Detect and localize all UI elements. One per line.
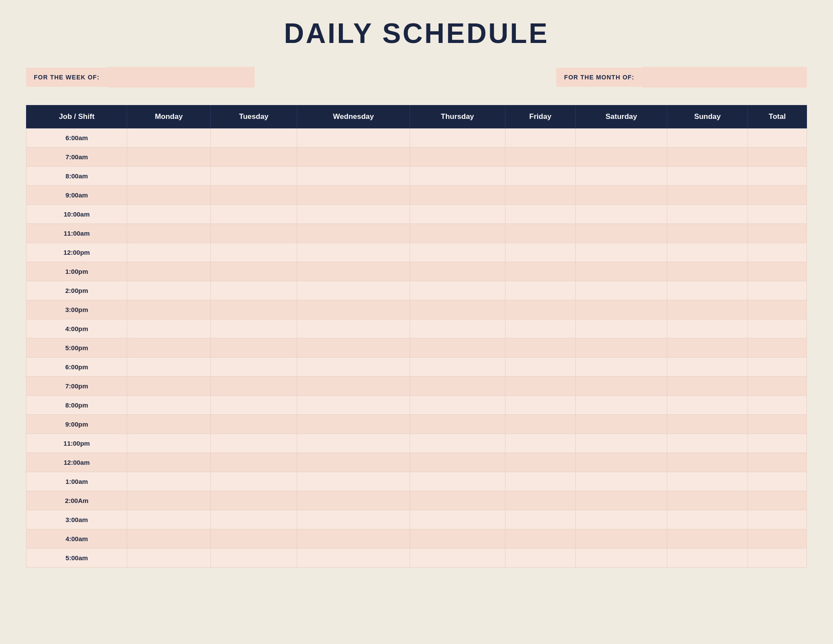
cell-row22-col3[interactable]: [297, 549, 410, 568]
cell-row21-col1[interactable]: [127, 529, 210, 549]
cell-row16-col4[interactable]: [410, 434, 505, 453]
cell-row17-col2[interactable]: [210, 453, 297, 472]
cell-row6-col2[interactable]: [210, 243, 297, 262]
cell-row0-col7[interactable]: [667, 128, 748, 148]
cell-row10-col7[interactable]: [667, 319, 748, 338]
cell-row1-col7[interactable]: [667, 148, 748, 167]
cell-row22-col4[interactable]: [410, 549, 505, 568]
cell-row9-col1[interactable]: [127, 300, 210, 319]
cell-row18-col3[interactable]: [297, 472, 410, 491]
cell-row14-col4[interactable]: [410, 396, 505, 415]
cell-row4-col1[interactable]: [127, 205, 210, 224]
cell-row13-col4[interactable]: [410, 377, 505, 396]
cell-row16-col5[interactable]: [505, 434, 575, 453]
cell-row4-col3[interactable]: [297, 205, 410, 224]
cell-row19-col2[interactable]: [210, 491, 297, 510]
cell-row10-col2[interactable]: [210, 319, 297, 338]
cell-row2-col3[interactable]: [297, 167, 410, 186]
cell-row0-col3[interactable]: [297, 128, 410, 148]
cell-row5-col6[interactable]: [576, 224, 667, 243]
cell-row22-col5[interactable]: [505, 549, 575, 568]
cell-row15-col8[interactable]: [748, 415, 807, 434]
cell-row14-col8[interactable]: [748, 396, 807, 415]
cell-row10-col1[interactable]: [127, 319, 210, 338]
cell-row3-col5[interactable]: [505, 186, 575, 205]
cell-row17-col3[interactable]: [297, 453, 410, 472]
cell-row14-col3[interactable]: [297, 396, 410, 415]
cell-row20-col6[interactable]: [576, 510, 667, 529]
cell-row18-col6[interactable]: [576, 472, 667, 491]
cell-row2-col5[interactable]: [505, 167, 575, 186]
cell-row7-col1[interactable]: [127, 262, 210, 281]
cell-row1-col8[interactable]: [748, 148, 807, 167]
cell-row13-col7[interactable]: [667, 377, 748, 396]
cell-row4-col7[interactable]: [667, 205, 748, 224]
cell-row16-col8[interactable]: [748, 434, 807, 453]
cell-row11-col2[interactable]: [210, 338, 297, 358]
cell-row13-col3[interactable]: [297, 377, 410, 396]
cell-row18-col8[interactable]: [748, 472, 807, 491]
cell-row15-col3[interactable]: [297, 415, 410, 434]
cell-row0-col1[interactable]: [127, 128, 210, 148]
cell-row22-col2[interactable]: [210, 549, 297, 568]
cell-row0-col5[interactable]: [505, 128, 575, 148]
cell-row5-col5[interactable]: [505, 224, 575, 243]
cell-row16-col7[interactable]: [667, 434, 748, 453]
cell-row17-col4[interactable]: [410, 453, 505, 472]
cell-row20-col4[interactable]: [410, 510, 505, 529]
cell-row15-col7[interactable]: [667, 415, 748, 434]
cell-row5-col2[interactable]: [210, 224, 297, 243]
cell-row9-col6[interactable]: [576, 300, 667, 319]
cell-row19-col5[interactable]: [505, 491, 575, 510]
cell-row9-col7[interactable]: [667, 300, 748, 319]
cell-row22-col7[interactable]: [667, 549, 748, 568]
cell-row3-col4[interactable]: [410, 186, 505, 205]
cell-row7-col8[interactable]: [748, 262, 807, 281]
cell-row18-col4[interactable]: [410, 472, 505, 491]
cell-row15-col6[interactable]: [576, 415, 667, 434]
cell-row11-col4[interactable]: [410, 338, 505, 358]
cell-row2-col2[interactable]: [210, 167, 297, 186]
cell-row9-col3[interactable]: [297, 300, 410, 319]
cell-row11-col5[interactable]: [505, 338, 575, 358]
cell-row18-col5[interactable]: [505, 472, 575, 491]
cell-row16-col2[interactable]: [210, 434, 297, 453]
cell-row8-col3[interactable]: [297, 281, 410, 300]
cell-row15-col1[interactable]: [127, 415, 210, 434]
cell-row3-col7[interactable]: [667, 186, 748, 205]
cell-row1-col6[interactable]: [576, 148, 667, 167]
cell-row1-col2[interactable]: [210, 148, 297, 167]
cell-row13-col6[interactable]: [576, 377, 667, 396]
cell-row3-col1[interactable]: [127, 186, 210, 205]
cell-row19-col3[interactable]: [297, 491, 410, 510]
cell-row13-col8[interactable]: [748, 377, 807, 396]
cell-row5-col3[interactable]: [297, 224, 410, 243]
cell-row5-col4[interactable]: [410, 224, 505, 243]
cell-row2-col6[interactable]: [576, 167, 667, 186]
cell-row12-col3[interactable]: [297, 358, 410, 377]
cell-row8-col6[interactable]: [576, 281, 667, 300]
cell-row8-col1[interactable]: [127, 281, 210, 300]
cell-row17-col7[interactable]: [667, 453, 748, 472]
cell-row5-col7[interactable]: [667, 224, 748, 243]
cell-row10-col8[interactable]: [748, 319, 807, 338]
cell-row7-col2[interactable]: [210, 262, 297, 281]
cell-row22-col6[interactable]: [576, 549, 667, 568]
cell-row4-col2[interactable]: [210, 205, 297, 224]
cell-row9-col5[interactable]: [505, 300, 575, 319]
cell-row0-col4[interactable]: [410, 128, 505, 148]
cell-row1-col5[interactable]: [505, 148, 575, 167]
cell-row10-col6[interactable]: [576, 319, 667, 338]
cell-row11-col7[interactable]: [667, 338, 748, 358]
cell-row2-col1[interactable]: [127, 167, 210, 186]
cell-row19-col6[interactable]: [576, 491, 667, 510]
cell-row8-col7[interactable]: [667, 281, 748, 300]
cell-row1-col4[interactable]: [410, 148, 505, 167]
cell-row4-col8[interactable]: [748, 205, 807, 224]
cell-row4-col4[interactable]: [410, 205, 505, 224]
cell-row11-col1[interactable]: [127, 338, 210, 358]
cell-row22-col1[interactable]: [127, 549, 210, 568]
cell-row18-col2[interactable]: [210, 472, 297, 491]
cell-row6-col8[interactable]: [748, 243, 807, 262]
cell-row17-col5[interactable]: [505, 453, 575, 472]
